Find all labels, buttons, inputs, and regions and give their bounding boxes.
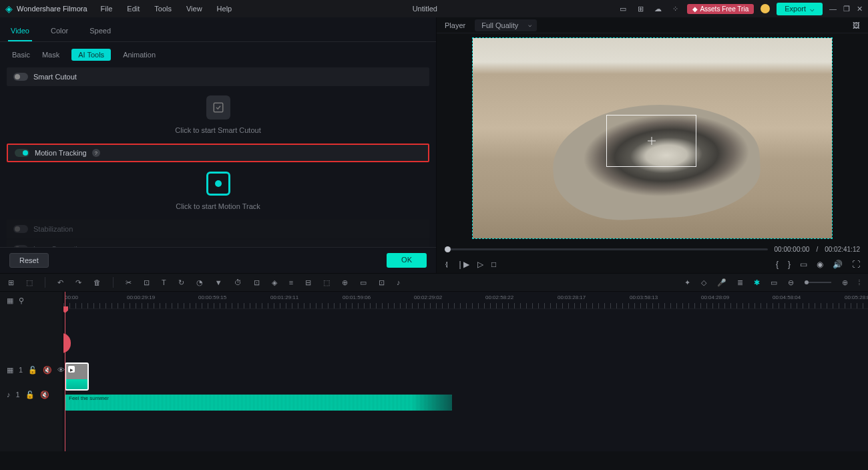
settings-icon[interactable]: ⊞ <box>635 3 646 14</box>
time-total: 00:02:41:12 <box>825 246 860 253</box>
lock-icon[interactable]: 🔓 <box>28 366 37 375</box>
detect-icon[interactable]: ⊡ <box>254 278 260 287</box>
text-icon[interactable]: T <box>162 278 166 286</box>
menu-help[interactable]: Help <box>217 5 232 13</box>
zoom-in-icon[interactable]: ⊕ <box>842 278 848 287</box>
seek-slider[interactable] <box>445 248 768 250</box>
play-pause-button[interactable]: ❘▶ <box>457 260 469 269</box>
audio-mute-icon[interactable]: 🔇 <box>40 391 49 399</box>
preview-canvas[interactable] <box>472 37 833 239</box>
tab-speed[interactable]: Speed <box>87 23 114 41</box>
reset-button[interactable]: Reset <box>9 253 49 268</box>
audio-clip[interactable]: Feel the summer <box>65 395 452 411</box>
cursor-icon[interactable]: ⬚ <box>26 278 33 287</box>
tool-5-icon[interactable]: ⊡ <box>379 278 385 287</box>
stop-button[interactable]: □ <box>491 260 496 269</box>
subtab-mask[interactable]: Mask <box>42 51 59 59</box>
zoom-out-icon[interactable]: ⊖ <box>788 278 794 287</box>
chevron-down-icon: ⌵ <box>810 5 815 13</box>
tab-video[interactable]: Video <box>8 23 32 41</box>
subtab-ai-tools[interactable]: AI Tools <box>71 49 111 61</box>
motion-tracking-toggle[interactable] <box>15 149 29 157</box>
media-icon[interactable]: ▦ <box>7 296 13 305</box>
video-track-icon[interactable]: ▦ <box>7 366 13 375</box>
screen-icon[interactable]: ▭ <box>618 3 628 14</box>
audio-tool-icon[interactable]: ♪ <box>397 278 401 286</box>
tracking-box[interactable] <box>606 115 696 167</box>
redo-icon[interactable]: ↷ <box>75 278 81 287</box>
volume-icon[interactable]: 🔊 <box>833 260 843 269</box>
mic-icon[interactable]: 🎤 <box>717 278 726 287</box>
minimize-button[interactable]: — <box>829 5 837 13</box>
tab-color[interactable]: Color <box>48 23 71 41</box>
play-button[interactable]: ▷ <box>477 260 483 269</box>
quality-dropdown[interactable]: Full Quality <box>475 19 537 31</box>
playhead[interactable] <box>65 292 65 451</box>
close-button[interactable]: ✕ <box>857 5 863 13</box>
assets-free-trial-button[interactable]: ◆ Assets Free Tria <box>687 4 754 14</box>
subtab-animation[interactable]: Animation <box>123 51 156 59</box>
seek-handle[interactable] <box>445 246 451 252</box>
timeline-ruler[interactable]: 00:00 00:00:29:19 00:00:59:15 00:01:29:1… <box>63 292 868 309</box>
tool-4-icon[interactable]: ▭ <box>360 278 367 287</box>
fit-icon[interactable]: ▭ <box>771 278 777 287</box>
menu-edit[interactable]: Edit <box>127 5 140 13</box>
keyframe-icon[interactable]: ◈ <box>272 278 277 287</box>
timeline-tracks[interactable]: 00:00 00:00:29:19 00:00:59:15 00:01:29:1… <box>63 292 868 451</box>
maximize-button[interactable]: ❐ <box>843 5 850 13</box>
menu-tools[interactable]: Tools <box>154 5 172 13</box>
delete-icon[interactable]: 🗑 <box>93 278 101 286</box>
tool-1-icon[interactable]: ⊟ <box>305 278 311 287</box>
subtab-basic[interactable]: Basic <box>12 51 30 59</box>
mark-out-icon[interactable]: } <box>788 260 791 269</box>
split-icon[interactable]: ✂ <box>126 278 132 287</box>
crop-icon[interactable]: ⊡ <box>144 278 150 287</box>
export-button[interactable]: Export ⌵ <box>777 3 823 15</box>
notification-badge-icon[interactable] <box>761 4 770 13</box>
smart-cutout-toggle[interactable] <box>13 73 28 81</box>
grid-icon[interactable]: ⁘ <box>670 3 680 14</box>
camera-icon[interactable]: ◉ <box>817 260 823 269</box>
mute-icon[interactable]: 🔇 <box>43 366 52 375</box>
layout-icon[interactable]: ⊞ <box>8 278 14 287</box>
rotate-icon[interactable]: ↻ <box>178 278 184 287</box>
tool-3-icon[interactable]: ⊕ <box>342 278 348 287</box>
prev-frame-button[interactable]: ⦉ <box>445 260 449 269</box>
tool-2-icon[interactable]: ⬚ <box>323 278 330 287</box>
color-icon[interactable]: ◔ <box>196 278 203 287</box>
undo-icon[interactable]: ↶ <box>57 278 63 287</box>
zoom-slider[interactable] <box>805 282 831 283</box>
audio-lock-icon[interactable]: 🔓 <box>25 391 35 399</box>
time-current: 00:00:00:00 <box>775 246 810 253</box>
player-label: Player <box>445 21 465 29</box>
marker-icon[interactable]: ✦ <box>684 278 690 287</box>
fullscreen-icon[interactable]: ⛶ <box>852 260 860 269</box>
lens-correction-toggle[interactable] <box>13 245 28 247</box>
green-screen-icon[interactable]: ▼ <box>215 278 222 286</box>
snapshot-icon[interactable]: 🖼 <box>853 21 860 29</box>
smart-cutout-row: Smart Cutout <box>7 67 429 86</box>
adjust-icon[interactable]: ≡ <box>289 278 293 286</box>
stabilization-toggle[interactable] <box>13 225 28 233</box>
link-icon[interactable]: ⚲ <box>19 296 24 305</box>
shield-icon[interactable]: ◇ <box>701 278 706 287</box>
cloud-icon[interactable]: ☁ <box>652 3 663 14</box>
audio-track-icon[interactable]: ♪ <box>7 391 11 399</box>
document-title: Untitled <box>232 5 618 13</box>
motion-track-card[interactable]: Click to start Motion Track <box>7 166 429 220</box>
mark-in-icon[interactable]: { <box>776 260 779 269</box>
ok-button[interactable]: OK <box>387 253 427 268</box>
stabilization-label: Stabilization <box>33 225 73 233</box>
mixer-icon[interactable]: ≣ <box>737 278 743 287</box>
video-clip[interactable] <box>65 363 89 391</box>
time-separator: / <box>816 246 818 253</box>
help-icon[interactable]: ? <box>92 149 100 157</box>
properties-panel: Video Color Speed Basic Mask AI Tools An… <box>0 17 437 273</box>
display-icon[interactable]: ▭ <box>800 260 807 269</box>
speed-icon[interactable]: ⏱ <box>234 278 242 286</box>
snap-icon[interactable]: ✱ <box>754 278 760 287</box>
menu-view[interactable]: View <box>186 5 202 13</box>
menu-file[interactable]: File <box>101 5 113 13</box>
smart-cutout-card[interactable]: Click to start Smart Cutout <box>7 90 429 144</box>
list-icon[interactable]: ⦙ <box>859 278 860 287</box>
